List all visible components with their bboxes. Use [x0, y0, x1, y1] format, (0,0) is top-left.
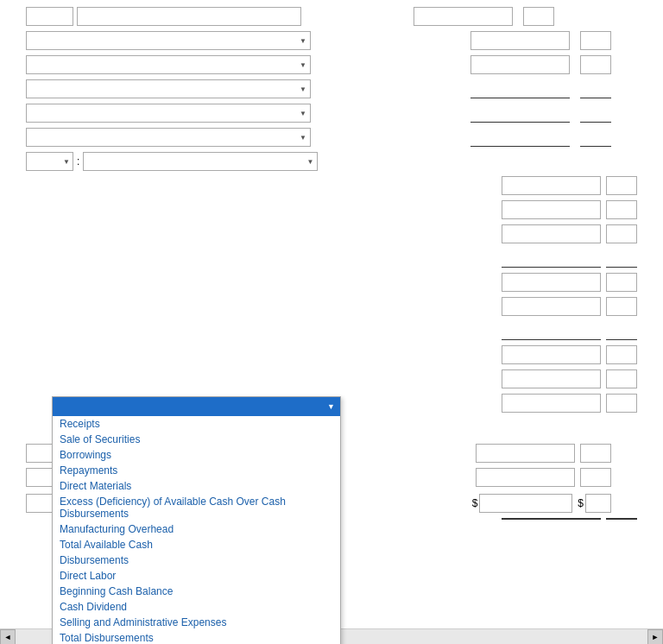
right-input-8b[interactable] [606, 345, 637, 364]
dollar-row-right: $ $ [472, 494, 611, 513]
right-input-group-9 [502, 369, 637, 388]
right-input-group-4 [502, 249, 637, 268]
row5-right-small-input[interactable] [580, 128, 611, 147]
right-input-1b[interactable] [606, 176, 637, 195]
dropdown-item-disbursements[interactable]: Disbursements [53, 552, 340, 568]
right-input-10b[interactable] [606, 394, 637, 413]
right-input-5b[interactable] [606, 273, 637, 292]
right-input-6a[interactable] [502, 297, 601, 316]
right-input-1a[interactable] [502, 176, 601, 195]
right-input-7b[interactable] [606, 321, 637, 340]
right-input-group-8 [502, 345, 637, 364]
dropdown-item-cash-dividend[interactable]: Cash Dividend [53, 599, 340, 615]
row1-right-inputs [470, 31, 611, 50]
right-input-group-1 [502, 176, 637, 195]
dropdown-item-repayments[interactable]: Repayments [53, 463, 340, 478]
dropdown-list: Receipts Sale of Securities Borrowings R… [53, 416, 340, 644]
right-column-inputs [502, 176, 637, 413]
dropdown-item-receipts[interactable]: Receipts [53, 416, 340, 432]
right-input-8a[interactable] [502, 345, 601, 364]
right-input-group-10 [502, 394, 637, 413]
right-input-3b[interactable] [606, 224, 637, 243]
right-input-4a[interactable] [502, 249, 601, 268]
row1-right-small-input[interactable] [580, 31, 611, 50]
right-input-9a[interactable] [502, 369, 601, 388]
row1-right-input[interactable] [470, 31, 570, 50]
top-right-small-input[interactable] [523, 7, 554, 26]
right-input-group-3 [502, 224, 637, 243]
main-content: : Receipts Sale of Securities Borrowings… [0, 0, 663, 528]
page: : Receipts Sale of Securities Borrowings… [0, 0, 663, 644]
right-input-10a[interactable] [502, 394, 601, 413]
scroll-left-button[interactable]: ◄ [0, 629, 16, 645]
row1-select[interactable] [26, 31, 311, 50]
top-right-input[interactable] [414, 7, 513, 26]
right-input-group-7 [502, 321, 637, 340]
row3-select[interactable] [26, 79, 311, 98]
row3-right-inputs [470, 79, 611, 98]
right-input-4b[interactable] [606, 249, 637, 268]
row2-right-input[interactable] [470, 55, 570, 74]
scroll-right-button[interactable]: ► [647, 629, 663, 645]
row5-select-wrapper [26, 128, 311, 147]
row5-right-input[interactable] [470, 128, 570, 147]
dropdown-item-beginning-cash-balance[interactable]: Beginning Cash Balance [53, 584, 340, 599]
top-partial-input2[interactable] [77, 7, 301, 26]
right-input-5a[interactable] [502, 273, 601, 292]
row5-right-inputs [470, 128, 611, 147]
row2-right-inputs [470, 55, 611, 74]
double-underline-2 [606, 518, 637, 520]
bottom-combo2-right-input-b[interactable] [580, 468, 611, 487]
dropdown-item-direct-materials[interactable]: Direct Materials [53, 478, 340, 494]
row2-right-small-input[interactable] [580, 55, 611, 74]
combo-main-select[interactable] [83, 152, 318, 171]
row-5 [26, 128, 637, 147]
row4-select[interactable] [26, 104, 311, 123]
dropdown-item-excess-deficiency[interactable]: Excess (Deficiency) of Available Cash Ov… [53, 494, 340, 521]
bottom-combo2-right-inputs [476, 468, 611, 487]
right-input-2b[interactable] [606, 200, 637, 219]
row3-right-input[interactable] [470, 79, 570, 98]
dropdown-item-total-available-cash[interactable]: Total Available Cash [53, 537, 340, 552]
row3-right-small-input[interactable] [580, 79, 611, 98]
scroll-right-icon: ► [652, 633, 660, 641]
row5-select[interactable] [26, 128, 311, 147]
dollar-input-2[interactable] [585, 494, 611, 513]
dollar-sign-1: $ [472, 497, 478, 509]
dollar-input-1[interactable] [479, 494, 572, 513]
right-input-9b[interactable] [606, 369, 637, 388]
combo-row: : [26, 152, 637, 171]
right-input-3a[interactable] [502, 224, 601, 243]
combo-small-select[interactable] [26, 152, 73, 171]
bottom-combo2-right-input-a[interactable] [476, 468, 575, 487]
right-input-group-6 [502, 297, 637, 316]
row-1 [26, 31, 637, 50]
dropdown-item-total-disbursements[interactable]: Total Disbursements [53, 630, 340, 644]
dollar-sign-2: $ [578, 497, 584, 509]
row2-select-wrapper [26, 55, 311, 74]
right-input-group-2 [502, 200, 637, 219]
dropdown-item-borrowings[interactable]: Borrowings [53, 447, 340, 463]
double-underline-1 [502, 518, 601, 520]
combo-main-select-wrapper [83, 152, 318, 171]
row4-right-small-input[interactable] [580, 104, 611, 123]
right-input-6b[interactable] [606, 297, 637, 316]
right-input-7a[interactable] [502, 321, 601, 340]
dropdown-item-sale-of-securities[interactable]: Sale of Securities [53, 432, 340, 447]
row3-select-wrapper [26, 79, 311, 98]
colon-separator: : [77, 155, 79, 167]
top-partial-input1[interactable] [26, 7, 73, 26]
dropdown-header[interactable] [53, 397, 340, 416]
dropdown-item-manufacturing-overhead[interactable]: Manufacturing Overhead [53, 521, 340, 537]
bottom-combo1-right-input-b[interactable] [580, 444, 611, 463]
row2-select[interactable] [26, 55, 311, 74]
dropdown-item-direct-labor[interactable]: Direct Labor [53, 568, 340, 584]
right-input-2a[interactable] [502, 200, 601, 219]
bottom-combo1-right-inputs [476, 444, 611, 463]
row4-right-input[interactable] [470, 104, 570, 123]
row-3 [26, 79, 637, 98]
row1-select-wrapper [26, 31, 311, 50]
top-partial-row [26, 7, 637, 26]
bottom-combo1-right-input-a[interactable] [476, 444, 575, 463]
dropdown-item-selling-admin-expenses[interactable]: Selling and Administrative Expenses [53, 615, 340, 630]
